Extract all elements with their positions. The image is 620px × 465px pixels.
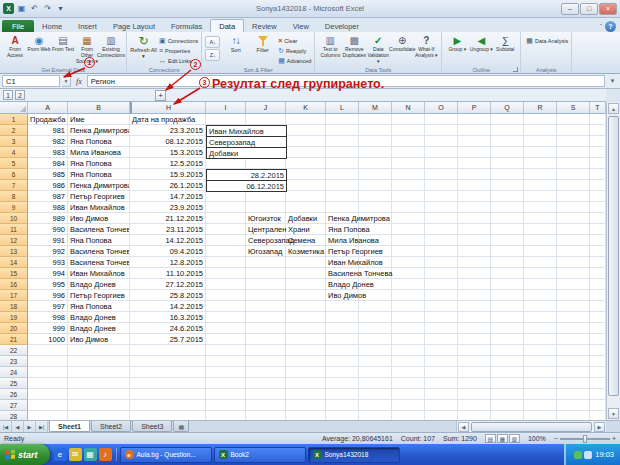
cell-R8[interactable]: [524, 191, 557, 202]
cell-T1[interactable]: [590, 114, 606, 125]
cell-L3[interactable]: [326, 136, 359, 147]
cell-S13[interactable]: [557, 246, 590, 257]
cell-R11[interactable]: [524, 224, 557, 235]
help-button[interactable]: ?: [605, 21, 616, 32]
cell-L6[interactable]: [326, 169, 359, 180]
cell-L8[interactable]: [326, 191, 359, 202]
cell-B27[interactable]: [68, 400, 130, 411]
cell-K17[interactable]: [286, 290, 326, 301]
cell-M7[interactable]: [359, 180, 392, 191]
cell-A14[interactable]: 993: [28, 257, 68, 268]
page-layout-view-icon[interactable]: ▦: [497, 434, 508, 443]
cell-R23[interactable]: [524, 356, 557, 367]
cell-R17[interactable]: [524, 290, 557, 301]
cell-T2[interactable]: [590, 125, 606, 136]
cell-I9[interactable]: [206, 202, 246, 213]
cell-J12[interactable]: Северозапад: [246, 235, 286, 246]
cell-Q7[interactable]: [491, 180, 524, 191]
cell-B26[interactable]: [68, 389, 130, 400]
cell-J18[interactable]: [246, 301, 286, 312]
cell-M21[interactable]: [359, 334, 392, 345]
cell-H28[interactable]: [130, 411, 206, 420]
cell-T14[interactable]: [590, 257, 606, 268]
close-button[interactable]: ×: [599, 3, 617, 15]
cell-K12[interactable]: Семена: [286, 235, 326, 246]
cell-N1[interactable]: [392, 114, 425, 125]
cell-O16[interactable]: [425, 279, 458, 290]
task-button-aula-bg-question[interactable]: eAula.bg - Question...: [120, 447, 212, 463]
cell-N13[interactable]: [392, 246, 425, 257]
cell-L11[interactable]: Яна Попова: [326, 224, 359, 235]
save-icon[interactable]: ▣: [16, 3, 27, 14]
cell-R1[interactable]: [524, 114, 557, 125]
cell-P17[interactable]: [458, 290, 491, 301]
cell-Q11[interactable]: [491, 224, 524, 235]
cell-Q20[interactable]: [491, 323, 524, 334]
cell-M28[interactable]: [359, 411, 392, 420]
column-header-T[interactable]: T: [590, 102, 606, 114]
cell-P8[interactable]: [458, 191, 491, 202]
cell-L1[interactable]: [326, 114, 359, 125]
cell-H1[interactable]: Дата на продажба: [130, 114, 206, 125]
row-header-10[interactable]: 10: [0, 213, 28, 224]
cell-A17[interactable]: 996: [28, 290, 68, 301]
cell-H24[interactable]: [130, 367, 206, 378]
cell-S2[interactable]: [557, 125, 590, 136]
cell-N18[interactable]: [392, 301, 425, 312]
cell-B14[interactable]: Василена Тончева: [68, 257, 130, 268]
cell-T8[interactable]: [590, 191, 606, 202]
cell-O20[interactable]: [425, 323, 458, 334]
cell-I16[interactable]: [206, 279, 246, 290]
sheet-tab-sheet2[interactable]: Sheet2: [91, 421, 131, 432]
row-header-14[interactable]: 14: [0, 257, 28, 268]
cell-Q18[interactable]: [491, 301, 524, 312]
cell-O11[interactable]: [425, 224, 458, 235]
cell-S19[interactable]: [557, 312, 590, 323]
cell-Q16[interactable]: [491, 279, 524, 290]
excel-icon[interactable]: X: [3, 3, 14, 14]
cell-O25[interactable]: [425, 378, 458, 389]
cell-P5[interactable]: [458, 158, 491, 169]
cell-K1[interactable]: [286, 114, 326, 125]
cell-T7[interactable]: [590, 180, 606, 191]
cell-L22[interactable]: [326, 345, 359, 356]
row-header-26[interactable]: 26: [0, 389, 28, 400]
cell-M24[interactable]: [359, 367, 392, 378]
cell-Q10[interactable]: [491, 213, 524, 224]
row-header-7[interactable]: 7: [0, 180, 28, 191]
cell-B25[interactable]: [68, 378, 130, 389]
row-header-9[interactable]: 9: [0, 202, 28, 213]
vertical-scrollbar[interactable]: ▲ ▼: [606, 102, 620, 420]
cell-A10[interactable]: 989: [28, 213, 68, 224]
cell-R6[interactable]: [524, 169, 557, 180]
row-header-23[interactable]: 23: [0, 356, 28, 367]
cell-O6[interactable]: [425, 169, 458, 180]
cell-B16[interactable]: Владо Донев: [68, 279, 130, 290]
cell-O8[interactable]: [425, 191, 458, 202]
cell-S27[interactable]: [557, 400, 590, 411]
button-sort[interactable]: Sort: [222, 34, 249, 53]
cell-M20[interactable]: [359, 323, 392, 334]
cell-S1[interactable]: [557, 114, 590, 125]
tab-view[interactable]: View: [285, 20, 317, 32]
cell-A13[interactable]: 992: [28, 246, 68, 257]
expand-formula-bar-icon[interactable]: ▼: [607, 75, 618, 87]
cell-O26[interactable]: [425, 389, 458, 400]
column-header-P[interactable]: P: [458, 102, 491, 114]
cell-N14[interactable]: [392, 257, 425, 268]
cell-O2[interactable]: [425, 125, 458, 136]
button-existing-connections[interactable]: Existing Connections: [99, 34, 123, 59]
cell-K3[interactable]: [286, 136, 326, 147]
browser-icon[interactable]: e: [54, 448, 67, 461]
minimize-button[interactable]: –: [561, 3, 579, 15]
cell-H10[interactable]: 21.12.2015: [130, 213, 206, 224]
cell-R27[interactable]: [524, 400, 557, 411]
cell-B1[interactable]: Име: [68, 114, 130, 125]
tab-file[interactable]: File: [2, 20, 34, 32]
cell-H17[interactable]: 25.8.2015: [130, 290, 206, 301]
cell-L18[interactable]: [326, 301, 359, 312]
button-consolidate[interactable]: Consolidate: [390, 34, 414, 53]
first-sheet-icon[interactable]: |◀: [0, 421, 12, 432]
cell-N9[interactable]: [392, 202, 425, 213]
cell-T22[interactable]: [590, 345, 606, 356]
